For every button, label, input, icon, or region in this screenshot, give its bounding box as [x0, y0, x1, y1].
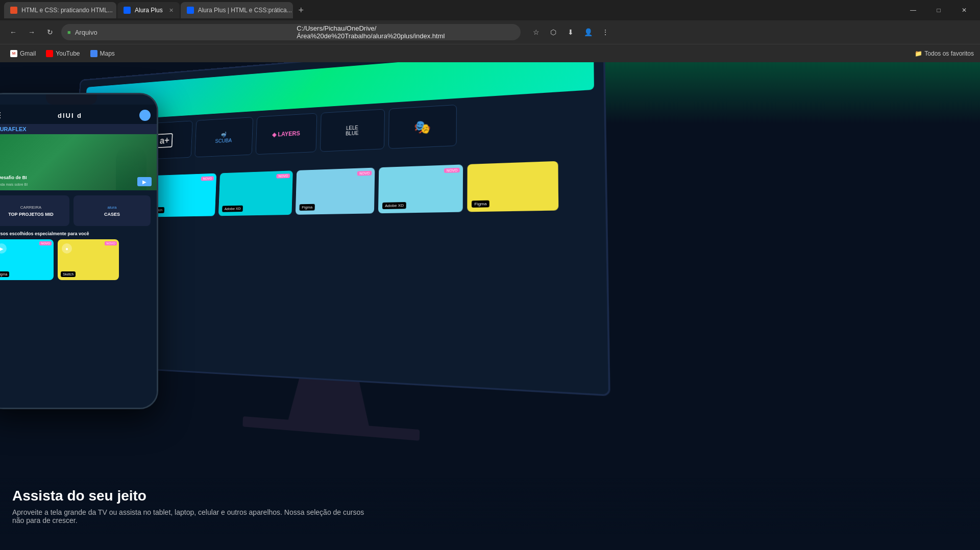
phone-video-text: #2 Desafio de BI [0, 175, 27, 180]
logo-card-face: 🎭 [388, 105, 457, 149]
pcc-badge-2: Sketch [61, 271, 76, 277]
bookmarks-right[interactable]: 📁 Todos os favoritos [915, 50, 974, 57]
tab-favicon-alura [124, 7, 131, 14]
screen-course-card-5: NOVO Adobe XD [378, 164, 463, 213]
pcc-badge-1: Figma [0, 271, 9, 277]
phone-mini-cards: CARREIRA TOP PROJETOS MID alura CASES [0, 190, 157, 231]
phone-mini-label-cases: alura [108, 205, 117, 210]
phone-video-hero: ● #2 Desafio de BI Aprenda mais sobre BI… [0, 134, 157, 190]
tab-bar: HTML e CSS: praticando HTML... ✕ Alura P… [0, 0, 980, 20]
logo-aplus: a+ [156, 133, 173, 148]
address-input[interactable]: ■ Arquivo C:/Users/Pichau/OneDrive/Área%… [61, 24, 521, 40]
bottom-subtitle: Aproveite a tela grande da TV ou assista… [12, 508, 370, 524]
forward-button[interactable]: → [24, 25, 39, 39]
scc-tag-2: NOVO [201, 176, 214, 181]
lock-icon: ■ [67, 29, 71, 35]
scc-badge-4: Figma [299, 204, 315, 211]
phone-avatar [139, 110, 151, 121]
phone-mini-card-carreira[interactable]: CARREIRA TOP PROJETOS MID [0, 195, 69, 226]
menu-icon[interactable]: ⋮ [598, 25, 612, 39]
screen-course-card-3: NOVO Adobe XD [218, 170, 293, 216]
bookmark-star-icon[interactable]: ☆ [529, 25, 543, 39]
scc-badge-3: Adobe XD [222, 206, 243, 212]
tab-label-alura: Alura Plus [135, 7, 163, 14]
maps-favicon [90, 50, 97, 57]
tab-label-alura2: Alura Plus | HTML e CSS:prática... [198, 7, 292, 14]
bookmark-gmail[interactable]: M Gmail [6, 48, 40, 59]
phone-play-button[interactable]: ▶ [137, 177, 152, 186]
phone-mini-label-carreira: CARREIRA [20, 205, 41, 210]
download-icon[interactable]: ⬇ [564, 25, 578, 39]
logo-layers: ◈ LAYERS [272, 130, 300, 138]
monitor-stand [279, 378, 380, 427]
tab-favicon-html [10, 7, 17, 14]
browser-chrome: HTML e CSS: praticando HTML... ✕ Alura P… [0, 0, 980, 62]
phone-notch [46, 94, 97, 105]
back-button[interactable]: ← [6, 25, 20, 39]
phone-course-icon-1: ▶ [0, 243, 7, 254]
bottom-title: Assista do seu jeito [12, 488, 968, 504]
extensions-icon[interactable]: ⬡ [546, 25, 560, 39]
bookmark-maps[interactable]: Maps [86, 48, 119, 59]
phone-mini-title-cases: CASES [104, 212, 120, 217]
maximize-button[interactable]: □ [927, 2, 950, 18]
logo-face: 🎭 [414, 118, 431, 135]
scc-badge-6: Figma [472, 201, 489, 208]
phone-course-card-2: ● NOVO Sketch [58, 239, 119, 280]
scc-tag-4: NOVO [357, 171, 372, 176]
youtube-favicon [46, 50, 53, 57]
phone-course-card-1: ▶ NOVO Figma [0, 239, 54, 280]
bottom-text-section: Assista do seu jeito Aproveite a tela gr… [0, 478, 980, 535]
phone-courses-row: ▶ NOVO Figma ● NOVO Sketch [0, 239, 157, 280]
scc-tag-3: NOVO [277, 173, 290, 178]
window-controls: — □ ✕ [901, 2, 976, 18]
phone-courses-label: Cursos escolhidos especialmente para voc… [0, 231, 157, 239]
logo-card-layers: ◈ LAYERS [256, 113, 317, 155]
bookmarks-right-label: Todos os favoritos [924, 50, 974, 57]
bookmark-gmail-label: Gmail [20, 50, 36, 57]
tab-close-alura[interactable]: ✕ [169, 7, 174, 14]
logo-card-lele: LELEBLUE [320, 109, 385, 152]
pcc-tag-2: NOVO [105, 241, 117, 245]
close-button[interactable]: ✕ [952, 2, 976, 18]
reload-button[interactable]: ↻ [43, 25, 57, 39]
address-url: C:/Users/Pichau/OneDrive/Área%20de%20Tra… [297, 24, 514, 40]
phone-header: dlUI d [0, 105, 157, 124]
phone-title: dlUI d [58, 112, 82, 119]
phone-course-icon-2: ● [62, 243, 72, 254]
phone-mockup: dlUI d ALURAFLEX ● #2 Desafio de BI Apre… [0, 93, 158, 409]
logo-card-scuba: 🤿SCUBA [194, 117, 253, 157]
phone-hamburger-icon[interactable] [0, 112, 1, 118]
phone-video-subtext: Aprenda mais sobre BI [0, 183, 28, 186]
scc-tag-5: NOVO [444, 168, 459, 173]
tab-label-html: HTML e CSS: praticando HTML... [21, 7, 113, 14]
phone-aluraflix-banner: ALURAFLEX [0, 124, 157, 134]
bookmarks-bar: M Gmail YouTube Maps 📁 Todos os favorito… [0, 44, 980, 62]
screen-course-card-4: NOVO Figma [296, 168, 375, 215]
logo-scuba: 🤿SCUBA [215, 131, 232, 144]
tab-html[interactable]: HTML e CSS: praticando HTML... ✕ [4, 2, 116, 18]
tab-favicon-alura2 [187, 7, 194, 14]
bookmark-youtube-label: YouTube [56, 50, 80, 57]
toolbar-icons: ☆ ⬡ ⬇ 👤 ⋮ [529, 25, 612, 39]
scc-badge-5: Adobe XD [382, 202, 406, 209]
bookmark-youtube[interactable]: YouTube [42, 48, 84, 59]
screen-course-card-6: Figma [467, 161, 558, 212]
phone-mini-card-cases[interactable]: alura CASES [74, 195, 151, 226]
phone-mini-title-carreira: TOP PROJETOS MID [8, 212, 54, 217]
new-tab-button[interactable]: + [294, 3, 308, 17]
minimize-button[interactable]: — [901, 2, 925, 18]
address-bar: ← → ↻ ■ Arquivo C:/Users/Pichau/OneDrive… [0, 20, 980, 44]
pcc-tag-1: NOVO [39, 241, 52, 245]
bookmark-maps-label: Maps [100, 50, 115, 57]
phone-screen: dlUI d ALURAFLEX ● #2 Desafio de BI Apre… [0, 94, 157, 408]
tab-alura2[interactable]: Alura Plus | HTML e CSS:prática... ✕ [181, 2, 293, 18]
logo-lele: LELEBLUE [346, 125, 359, 137]
address-protocol: Arquivo [75, 29, 293, 36]
profile-icon[interactable]: 👤 [581, 25, 595, 39]
gmail-favicon: M [10, 50, 17, 57]
page-content: alura CASES a+ 🤿SCUBA ◈ LAYERS LELEBLUE [0, 62, 980, 550]
tab-alura[interactable]: Alura Plus ✕ [117, 2, 180, 18]
